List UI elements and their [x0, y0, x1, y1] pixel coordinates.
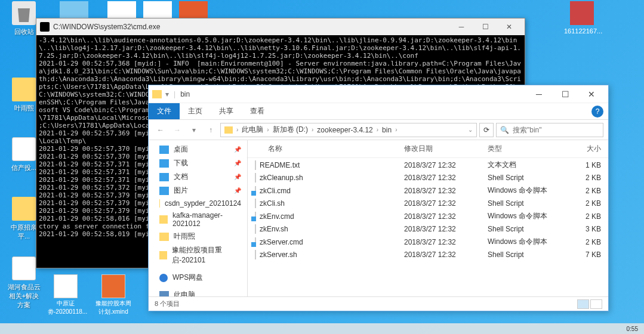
download-icon	[159, 159, 169, 168]
cmd-titlebar[interactable]: C:\WINDOWS\system32\cmd.exe ─ ☐ ✕	[36, 18, 525, 35]
file-name: zkServer.sh	[260, 250, 297, 259]
sidebar-item-folder[interactable]: 豫能控股项目重启-202101	[149, 243, 247, 267]
file-date: 2018/3/27 12:32	[404, 238, 488, 246]
file-icon	[255, 160, 256, 170]
ribbon: 文件 主页 共享 查看 ?	[149, 103, 608, 120]
file-size: 7 KB	[565, 250, 601, 259]
icon-label: 豫能控股本周计划.xmind	[95, 299, 131, 316]
file-row[interactable]: zkServer.cmd2018/3/27 12:32Windows 命令脚本2…	[248, 235, 608, 249]
file-icon	[255, 212, 256, 221]
search-icon: 🔍	[500, 126, 509, 134]
file-type: Shell Script	[488, 174, 565, 182]
ribbon-view-tab[interactable]: 查看	[242, 106, 273, 116]
file-row[interactable]: zkServer.sh2018/3/27 12:32Shell Script7 …	[248, 249, 608, 261]
file-row[interactable]: zkCleanup.sh2018/3/27 12:32Shell Script2…	[248, 172, 608, 184]
folder-icon	[152, 90, 162, 98]
file-type: Windows 命令脚本	[488, 185, 565, 196]
refresh-button[interactable]: ⟳	[479, 123, 494, 137]
search-box[interactable]: 🔍	[496, 123, 603, 137]
file-size: 1 KB	[565, 161, 601, 169]
desktop-icon-file[interactable]: 豫能控股本周计划.xmind	[95, 274, 131, 316]
col-date[interactable]: 修改日期	[404, 144, 488, 154]
file-row[interactable]: zkCli.sh2018/3/27 12:32Shell Script2 KB	[248, 197, 608, 209]
status-bar: 8 个项目	[149, 296, 608, 311]
pin-icon: 📌	[234, 187, 241, 194]
file-date: 2018/3/27 12:32	[404, 199, 488, 208]
folder-icon	[159, 199, 160, 208]
file-type: 文本文档	[488, 160, 565, 170]
minimize-button[interactable]: ─	[449, 18, 473, 35]
col-size[interactable]: 大小	[565, 144, 601, 154]
file-type: Shell Script	[488, 250, 565, 259]
file-row[interactable]: zkEnv.cmd2018/3/27 12:32Windows 命令脚本2 KB	[248, 209, 608, 223]
breadcrumb[interactable]: › 此电脑 › 新加卷 (D:) › zookeeper-3.4.12 › bi…	[220, 123, 477, 137]
navigation-pane[interactable]: 桌面📌 下载📌 文档📌 图片📌 csdn_sypder_20210124 kaf…	[149, 140, 248, 296]
status-text: 8 个项目	[155, 299, 180, 308]
recent-button[interactable]: ▾	[187, 123, 201, 137]
file-size: 2 KB	[565, 212, 601, 221]
file-date: 2018/3/27 12:32	[404, 250, 488, 259]
pc-icon	[159, 291, 169, 297]
minimize-button[interactable]: ─	[526, 85, 552, 103]
sidebar-item-folder[interactable]: 叶雨煕	[149, 230, 247, 243]
ribbon-home-tab[interactable]: 主页	[180, 106, 211, 116]
pin-icon: 📌	[234, 174, 241, 180]
file-date: 2018/3/27 12:32	[404, 174, 488, 182]
ribbon-share-tab[interactable]: 共享	[211, 106, 242, 116]
sidebar-item-documents[interactable]: 文档📌	[149, 170, 247, 184]
sidebar-item-folder[interactable]: csdn_sypder_20210124	[149, 197, 247, 209]
view-large-button[interactable]	[590, 299, 602, 309]
ribbon-file-tab[interactable]: 文件	[149, 103, 180, 119]
window-title: bin	[180, 90, 190, 98]
file-list[interactable]: README.txt2018/3/27 12:32文本文档1 KBzkClean…	[248, 158, 608, 296]
file-row[interactable]: README.txt2018/3/27 12:32文本文档1 KB	[248, 158, 608, 172]
file-icon	[12, 256, 36, 280]
explorer-titlebar[interactable]: ▾ | bin ─ ☐ ✕	[149, 85, 608, 103]
sidebar-item-wps[interactable]: WPS网盘	[149, 271, 247, 284]
sidebar-item-pictures[interactable]: 图片📌	[149, 184, 247, 197]
explorer-window[interactable]: ▾ | bin ─ ☐ ✕ 文件 主页 共享 查看 ? ← → ▾ ↑ › 此电…	[148, 85, 609, 311]
crumb[interactable]: zookeeper-3.4.12	[317, 126, 372, 134]
file-type: Windows 命令脚本	[488, 237, 565, 247]
quick-access-toolbar[interactable]: ▾	[165, 90, 169, 98]
folder-icon	[159, 233, 169, 241]
taskbar[interactable]: 0:55	[0, 323, 644, 334]
file-date: 2018/3/27 12:32	[404, 187, 488, 195]
help-button[interactable]: ?	[591, 106, 603, 117]
file-icon	[255, 237, 256, 247]
search-input[interactable]	[513, 126, 602, 134]
folder-icon	[159, 251, 167, 259]
back-button[interactable]: ←	[153, 123, 168, 137]
file-icon	[54, 274, 78, 298]
photo-icon	[570, 1, 594, 25]
crumb-dropdown[interactable]: ⌄	[468, 126, 473, 133]
maximize-button[interactable]: ☐	[473, 18, 497, 35]
navigation-bar: ← → ▾ ↑ › 此电脑 › 新加卷 (D:) › zookeeper-3.4…	[149, 120, 608, 140]
pin-icon: 📌	[234, 160, 241, 166]
file-type: Shell Script	[488, 199, 565, 208]
sidebar-item-folder[interactable]: kafka-manager-2021012	[149, 209, 247, 230]
close-button[interactable]: ✕	[497, 18, 521, 35]
maximize-button[interactable]: ☐	[552, 85, 578, 103]
crumb[interactable]: 此电脑	[242, 125, 263, 135]
col-type[interactable]: 类型	[488, 144, 565, 154]
file-type: Windows 命令脚本	[488, 211, 565, 221]
clock[interactable]: 0:55	[627, 326, 638, 332]
file-row[interactable]: zkEnv.sh2018/3/27 12:32Shell Script3 KB	[248, 223, 608, 235]
column-headers[interactable]: 名称 修改日期 类型 大小	[248, 140, 608, 158]
sidebar-item-thispc[interactable]: 此电脑	[149, 288, 247, 296]
forward-button[interactable]: →	[170, 123, 184, 137]
desktop-icon-file[interactable]: 中原证劵-20200118...	[48, 274, 84, 316]
desktop-icon-photo[interactable]: 161122167...	[564, 1, 600, 35]
crumb[interactable]: bin	[382, 126, 392, 134]
view-details-button[interactable]	[577, 299, 589, 309]
file-icon	[255, 224, 256, 234]
col-name[interactable]: 名称	[255, 144, 404, 154]
up-button[interactable]: ↑	[204, 123, 218, 137]
crumb[interactable]: 新加卷 (D:)	[273, 125, 308, 135]
file-row[interactable]: zkCli.cmd2018/3/27 12:32Windows 命令脚本2 KB	[248, 184, 608, 197]
close-button[interactable]: ✕	[578, 85, 605, 103]
sidebar-item-desktop[interactable]: 桌面📌	[149, 143, 247, 156]
folder-icon	[12, 78, 36, 101]
sidebar-item-downloads[interactable]: 下载📌	[149, 156, 247, 170]
